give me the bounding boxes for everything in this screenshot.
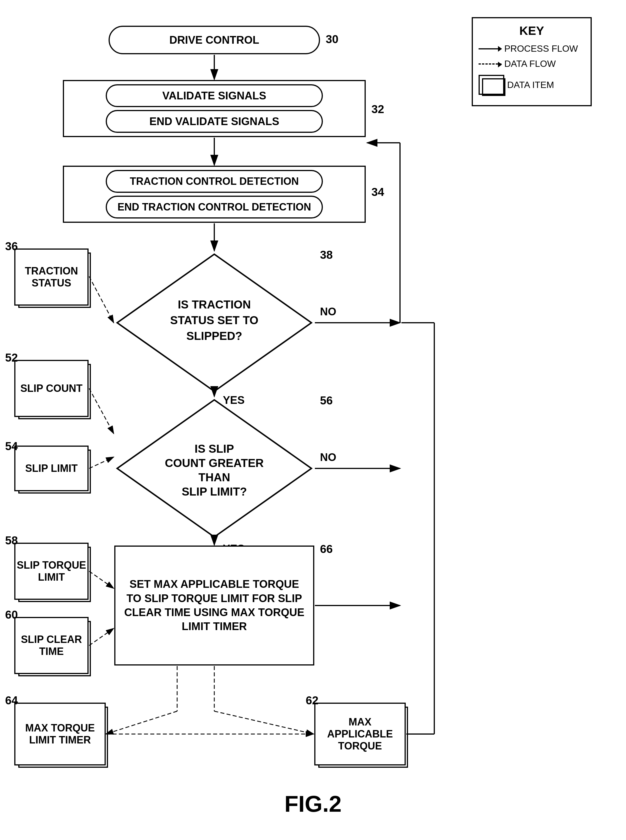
label-64: 64 — [5, 694, 18, 707]
data-item-icon — [479, 75, 504, 95]
end-validate-signals-pill: END VALIDATE SIGNALS — [106, 110, 323, 133]
no-label-1: NO — [320, 306, 336, 318]
label-38: 38 — [320, 248, 333, 261]
label-34: 34 — [371, 186, 384, 198]
svg-line-20 — [89, 457, 114, 468]
svg-line-27 — [214, 711, 314, 734]
diamond2-container: IS SLIP COUNT GREATER THAN SLIP LIMIT? — [114, 397, 314, 540]
data-flow-label: DATA FLOW — [504, 59, 556, 69]
svg-line-29 — [106, 711, 177, 734]
max-torque-limit-timer-node: MAX TORQUE LIMIT TIMER — [14, 703, 106, 765]
label-58: 58 — [5, 534, 18, 547]
label-60: 60 — [5, 608, 18, 621]
end-traction-control-detection-pill: END TRACTION CONTROL DETECTION — [106, 196, 323, 219]
validate-signals-pill: VALIDATE SIGNALS — [106, 84, 323, 107]
label-36: 36 — [5, 240, 18, 253]
label-54: 54 — [5, 440, 18, 453]
key-data-item-row: DATA ITEM — [479, 75, 585, 95]
max-applicable-torque-node: MAX APPLICABLE TORQUE — [314, 703, 406, 765]
dashed-arrow-icon — [479, 63, 501, 64]
data-item-label: DATA ITEM — [507, 80, 554, 90]
label-66: 66 — [320, 543, 333, 556]
svg-text:SLIP LIMIT?: SLIP LIMIT? — [182, 485, 247, 498]
slip-count-node: SLIP COUNT — [14, 360, 89, 417]
action-box: SET MAX APPLICABLE TORQUE TO SLIP TORQUE… — [114, 545, 314, 665]
slip-limit-node: SLIP LIMIT — [14, 445, 89, 491]
validate-signals-box: VALIDATE SIGNALS END VALIDATE SIGNALS — [63, 80, 366, 137]
process-flow-label: PROCESS FLOW — [504, 44, 578, 54]
key-data-flow-row: DATA FLOW — [479, 59, 585, 69]
svg-text:COUNT GREATER: COUNT GREATER — [165, 457, 264, 469]
traction-control-detection-pill: TRACTION CONTROL DETECTION — [106, 170, 323, 193]
drive-control-node: DRIVE CONTROL — [109, 26, 320, 54]
figure-label: FIG.2 — [284, 791, 341, 817]
svg-text:THAN: THAN — [198, 471, 230, 484]
no-label-2: NO — [320, 451, 336, 464]
diagram-container: KEY PROCESS FLOW DATA FLOW DATA ITEM DRI… — [0, 0, 626, 840]
label-56: 56 — [320, 394, 333, 407]
traction-control-detection-box: TRACTION CONTROL DETECTION END TRACTION … — [63, 166, 366, 223]
svg-text:IS SLIP: IS SLIP — [194, 442, 234, 455]
svg-line-23 — [89, 571, 114, 589]
diamond1-shape: IS TRACTION STATUS SET TO SLIPPED? — [114, 251, 314, 394]
key-title: KEY — [479, 24, 585, 38]
label-52: 52 — [5, 351, 18, 364]
key-box: KEY PROCESS FLOW DATA FLOW DATA ITEM — [472, 17, 592, 106]
label-62: 62 — [306, 694, 319, 707]
svg-text:SLIPPED?: SLIPPED? — [186, 329, 242, 342]
svg-text:STATUS SET TO: STATUS SET TO — [170, 314, 258, 326]
key-process-flow-row: PROCESS FLOW — [479, 44, 585, 54]
label-30: 30 — [326, 33, 338, 46]
label-32: 32 — [371, 103, 384, 116]
slip-torque-limit-node: SLIP TORQUE LIMIT — [14, 543, 89, 600]
traction-status-node: TRACTION STATUS — [14, 248, 89, 306]
svg-line-24 — [89, 628, 114, 645]
slip-clear-time-node: SLIP CLEAR TIME — [14, 617, 89, 674]
svg-line-19 — [89, 389, 114, 434]
svg-text:IS TRACTION: IS TRACTION — [178, 298, 251, 311]
diamond2-shape: IS SLIP COUNT GREATER THAN SLIP LIMIT? — [114, 397, 314, 540]
diamond1-container: IS TRACTION STATUS SET TO SLIPPED? — [114, 251, 314, 394]
solid-arrow-icon — [479, 48, 501, 49]
svg-line-14 — [89, 276, 114, 323]
